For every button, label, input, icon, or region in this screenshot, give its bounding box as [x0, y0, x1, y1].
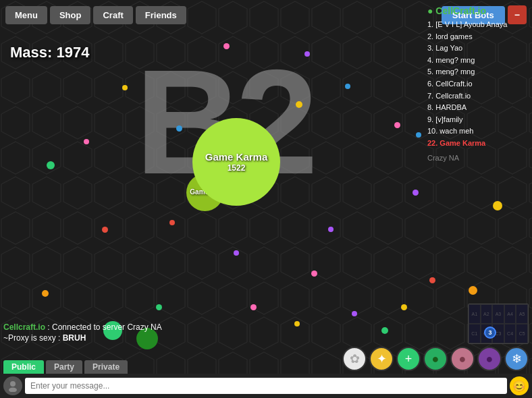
- mini-map-cell: C1: [469, 324, 481, 343]
- leaderboard: ● CellCraft.io 1. [E V I L] Ayoub Anaya2…: [427, 5, 529, 162]
- game-dot: [381, 327, 388, 334]
- leaderboard-item: 4. meng? mng: [427, 55, 529, 67]
- leaderboard-item: 6. CellCraft.io: [427, 78, 529, 90]
- svg-point-2: [10, 381, 16, 387]
- game-dot: [250, 304, 257, 310]
- mini-map: A1A2A3A4A5C1C2C3C4C5: [468, 304, 529, 344]
- game-dot: [413, 190, 419, 196]
- game-dot: [328, 227, 334, 232]
- game-dot: [156, 304, 162, 310]
- chat-tabs: PublicPartyPrivate: [0, 358, 532, 374]
- leaderboard-item: 9. [v]family: [427, 114, 529, 126]
- game-dot: [122, 85, 128, 90]
- leaderboard-item: 7. Cellcraft.io: [427, 90, 529, 103]
- game-cell: Game Karma1522: [192, 118, 280, 206]
- game-dot: [416, 132, 421, 138]
- mini-map-cell: C4: [504, 324, 516, 343]
- shop-button[interactable]: Shop: [50, 6, 91, 24]
- game-dot: [223, 43, 230, 49]
- game-dot: [304, 51, 310, 57]
- chat-tab-party[interactable]: Party: [46, 360, 82, 374]
- mini-map-cell: A2: [481, 304, 493, 324]
- cell-label: Game Karma1522: [205, 151, 268, 173]
- game-dot: [493, 201, 502, 210]
- leaderboard-list: 1. [E V I L] Ayoub Anaya2. lord games3. …: [427, 19, 529, 150]
- game-link: Cellcraft.io: [3, 322, 45, 332]
- game-dot: [176, 125, 182, 132]
- mini-map-cell: A4: [504, 304, 516, 324]
- leaderboard-item: 8. HARDBA: [427, 102, 529, 114]
- status-line-1: Cellcraft.io : Connected to server Crazy…: [3, 322, 162, 332]
- chat-input[interactable]: [25, 378, 507, 394]
- game-dot: [352, 311, 357, 316]
- game-dot: [429, 277, 435, 283]
- server-name: Crazy NA: [427, 154, 529, 162]
- bottom-bar: PublicPartyPrivate 😊: [0, 358, 532, 398]
- game-dot: [294, 321, 300, 326]
- leaderboard-item: 1. [E V I L] Ayoub Anaya: [427, 19, 529, 31]
- status-text-1: : Connected to server Crazy NA: [47, 322, 161, 332]
- leaderboard-item: 22. Game Karma: [427, 138, 529, 150]
- mini-map-cell: A1: [469, 304, 481, 324]
- leaderboard-title: ● CellCraft.io: [427, 5, 529, 16]
- chat-tab-private[interactable]: Private: [84, 360, 128, 374]
- mini-player-indicator: 3: [484, 326, 496, 339]
- game-dot: [469, 286, 477, 295]
- mass-display: Mass: 1974: [10, 44, 89, 61]
- game-dot: [296, 101, 302, 108]
- menu-button[interactable]: Menu: [5, 6, 47, 24]
- craft-button[interactable]: Craft: [93, 6, 132, 24]
- game-dot: [47, 161, 55, 169]
- leaderboard-item: 10. wach meh: [427, 125, 529, 138]
- mini-map-grid: A1A2A3A4A5C1C2C3C4C5: [469, 304, 528, 343]
- mini-map-cell: C5: [516, 324, 528, 343]
- mini-map-cell: A5: [516, 304, 528, 324]
- emoji-button[interactable]: 😊: [510, 376, 529, 395]
- player-count: 3: [488, 329, 491, 336]
- avatar-icon: [3, 376, 22, 395]
- mini-map-cell: A3: [492, 304, 504, 324]
- game-dot: [42, 290, 49, 297]
- game-dot: [234, 250, 239, 256]
- person-icon: [7, 380, 19, 392]
- chat-input-row: 😊: [0, 374, 532, 398]
- game-dot: [394, 122, 400, 128]
- bruh-text: BRUH: [63, 333, 86, 343]
- game-dot: [84, 139, 89, 144]
- game-dot: [311, 271, 317, 277]
- proxy-text: ~Proxy is sexy :: [3, 333, 63, 343]
- leaderboard-item: 5. meng? mng: [427, 66, 529, 78]
- status-messages: Cellcraft.io : Connected to server Crazy…: [3, 322, 162, 344]
- leaderboard-item: 3. Lag Yao: [427, 42, 529, 55]
- game-dot: [345, 84, 350, 89]
- friends-button[interactable]: Friends: [136, 6, 186, 24]
- chat-tab-public[interactable]: Public: [3, 360, 44, 374]
- game-dot: [401, 304, 407, 310]
- status-line-2: ~Proxy is sexy : BRUH: [3, 333, 162, 343]
- svg-point-3: [9, 388, 17, 393]
- leaderboard-item: 2. lord games: [427, 31, 529, 43]
- game-dot: [169, 220, 175, 225]
- game-dot: [102, 227, 108, 233]
